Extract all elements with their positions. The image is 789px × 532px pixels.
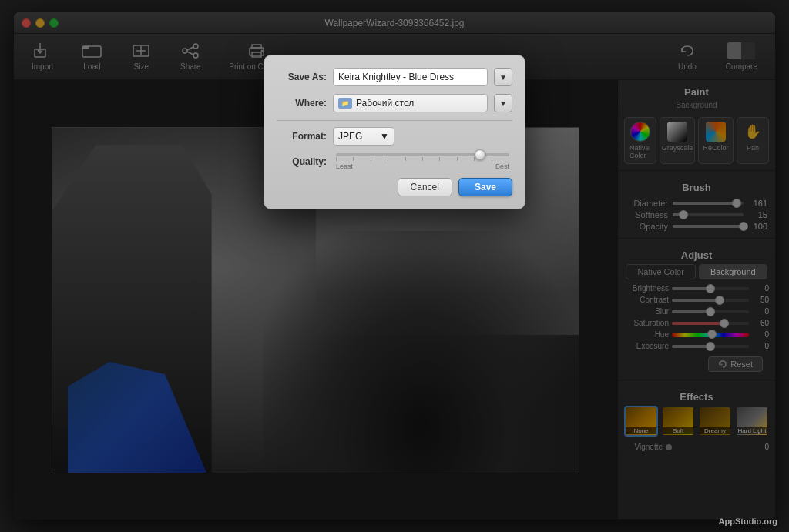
quality-best: Best	[495, 162, 509, 170]
save-as-label: Save As:	[277, 72, 327, 82]
dialog-buttons: Cancel Save	[277, 178, 512, 196]
quality-labels: Least Best	[333, 162, 512, 170]
format-select[interactable]: JPEG ▼	[333, 127, 394, 146]
main-window: WallpaperWizard-3093366452.jpg Import Lo…	[13, 12, 776, 520]
where-dropdown-btn[interactable]: ▼	[494, 94, 512, 112]
save-label: Save	[475, 182, 496, 192]
quality-slider[interactable]	[336, 153, 509, 156]
quality-label: Quality:	[277, 156, 327, 167]
save-dialog: Save As: ▼ Where: 📁 Рабочий стол ▼ Forma…	[264, 55, 525, 209]
quality-slider-wrap: Least Best	[333, 153, 512, 170]
save-as-row: Save As: ▼	[277, 68, 512, 86]
where-row: Where: 📁 Рабочий стол ▼	[277, 94, 512, 112]
quality-least: Least	[336, 162, 353, 170]
cancel-button[interactable]: Cancel	[398, 178, 452, 196]
where-label: Where:	[277, 98, 327, 109]
format-row: Format: JPEG ▼	[277, 127, 512, 146]
where-selector[interactable]: 📁 Рабочий стол	[333, 94, 488, 112]
format-label: Format:	[277, 131, 327, 142]
dialog-overlay: Save As: ▼ Where: 📁 Рабочий стол ▼ Forma…	[14, 12, 775, 519]
folder-icon: 📁	[338, 98, 352, 109]
save-button[interactable]: Save	[458, 178, 512, 196]
quality-row: Quality:	[277, 153, 512, 170]
format-value: JPEG	[338, 131, 362, 142]
dialog-separator	[277, 120, 512, 121]
save-as-dropdown[interactable]: ▼	[494, 68, 512, 86]
where-value: Рабочий стол	[356, 98, 414, 109]
cancel-label: Cancel	[411, 182, 439, 192]
save-as-input[interactable]	[333, 68, 488, 86]
